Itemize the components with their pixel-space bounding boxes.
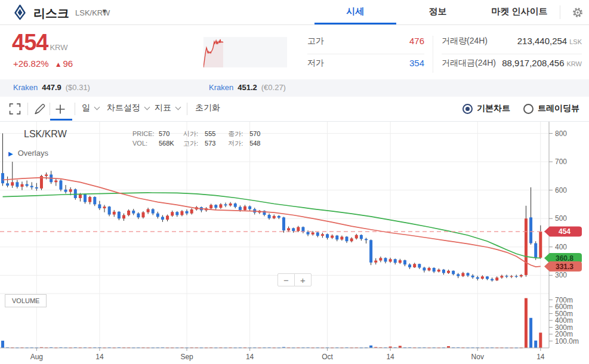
stat-low: 저가 354 xyxy=(307,58,424,73)
chart-toolbar: 일 차트설정 지표 초기화 기본차트 트레이딩뷰 xyxy=(0,97,589,122)
svg-text:454: 454 xyxy=(559,227,571,236)
radio-selected-icon xyxy=(462,104,473,114)
indicator-dropdown[interactable]: 지표 xyxy=(155,97,180,119)
divider xyxy=(442,54,582,54)
svg-text:331.3: 331.3 xyxy=(556,263,573,271)
svg-text:14: 14 xyxy=(536,353,545,361)
svg-text:Aug: Aug xyxy=(30,353,43,361)
svg-text:Nov: Nov xyxy=(471,353,484,361)
interval-dropdown[interactable]: 일 xyxy=(82,97,99,119)
svg-text:14: 14 xyxy=(95,353,104,361)
current-price: 454KRW xyxy=(12,30,68,55)
chevron-down-icon xyxy=(94,104,100,110)
settings-gear-icon[interactable] xyxy=(566,3,589,22)
ohlc-info: PRICE:570 시가:555 종가:570 VOL:568K 고가:573 … xyxy=(132,129,271,148)
radio-tradingview[interactable]: 트레이딩뷰 xyxy=(523,103,579,114)
divider xyxy=(433,36,433,73)
active-tool-underline xyxy=(50,119,72,121)
kraken-eur-quote[interactable]: Kraken451.2(€0.27) xyxy=(209,83,286,92)
tab-price[interactable]: 시세 xyxy=(314,0,396,24)
svg-text:Oct: Oct xyxy=(322,353,333,361)
ma-green-line xyxy=(3,193,541,258)
svg-text:14: 14 xyxy=(386,353,394,361)
chart-canvas[interactable]: 800700600500400300700m600m500m400m300m20… xyxy=(0,122,589,364)
stat-high: 고가 476 xyxy=(307,36,424,51)
divider xyxy=(27,103,28,115)
volume-pane-label: VOLUME xyxy=(5,294,47,307)
radio-basic-chart[interactable]: 기본차트 xyxy=(462,103,510,114)
header: 리스크 LSK/KRW ▼ 시세 정보 마켓 인사이트 xyxy=(0,0,589,25)
stat-value-traded: 거래대금(24H) 88,917,208,456KRW xyxy=(442,58,582,73)
chevron-down-icon xyxy=(144,104,150,110)
svg-text:400: 400 xyxy=(555,243,567,251)
svg-text:600: 600 xyxy=(555,186,567,195)
candlestick-chart[interactable]: 800700600500400300700m600m500m400m300m20… xyxy=(0,122,589,364)
overlays-toggle[interactable]: ▶Overlays xyxy=(8,149,48,158)
header-divider xyxy=(560,5,560,19)
zoom-out-button[interactable]: − xyxy=(277,273,295,286)
tab-market-insight[interactable]: 마켓 인사이트 xyxy=(479,0,560,23)
chevron-down-icon[interactable]: ▼ xyxy=(101,8,107,14)
svg-text:500: 500 xyxy=(555,214,567,223)
reset-button[interactable]: 초기화 xyxy=(195,97,220,119)
divider xyxy=(307,54,424,54)
price-change: +26.82%▲96 xyxy=(13,58,73,69)
svg-text:800: 800 xyxy=(555,129,567,138)
divider xyxy=(187,103,187,115)
candles-layer xyxy=(1,134,542,282)
volume-bars-layer xyxy=(1,298,542,348)
lisk-logo-icon xyxy=(12,4,28,20)
kraken-usd-quote[interactable]: Kraken447.9($0.31) xyxy=(13,83,90,92)
divider xyxy=(75,103,75,115)
sparkline xyxy=(203,37,287,67)
svg-text:700: 700 xyxy=(555,158,567,166)
svg-text:360.8: 360.8 xyxy=(556,254,573,263)
up-arrow-icon: ▲ xyxy=(55,60,62,69)
stat-volume: 거래량(24H) 213,440,254LSK xyxy=(442,36,582,51)
svg-text:Sep: Sep xyxy=(180,353,193,361)
pencil-draw-icon[interactable] xyxy=(33,103,47,116)
tab-info[interactable]: 정보 xyxy=(397,0,479,23)
coin-name: 리스크 xyxy=(33,5,69,21)
radio-unselected-icon xyxy=(523,104,534,114)
svg-text:300: 300 xyxy=(555,271,567,279)
svg-text:14: 14 xyxy=(246,353,254,361)
zoom-in-button[interactable]: + xyxy=(294,273,312,286)
fullscreen-icon[interactable] xyxy=(8,103,21,115)
ma-red-line xyxy=(3,178,541,267)
chevron-down-icon xyxy=(175,104,181,110)
reference-price-bar: Kraken447.9($0.31) Kraken451.2(€0.27) xyxy=(0,79,589,97)
currency-unit: KRW xyxy=(50,43,67,52)
chart-symbol-label: LSK/KRW xyxy=(24,129,67,140)
chart-type-switch: 기본차트 트레이딩뷰 xyxy=(462,97,579,121)
chart-settings-dropdown[interactable]: 차트설정 xyxy=(107,97,149,119)
divider xyxy=(50,103,50,115)
svg-text:100.0m: 100.0m xyxy=(555,337,579,346)
plus-add-indicator-icon[interactable] xyxy=(54,103,66,115)
overlays-arrow-icon: ▶ xyxy=(8,150,13,157)
zoom-control: − + xyxy=(277,273,312,286)
